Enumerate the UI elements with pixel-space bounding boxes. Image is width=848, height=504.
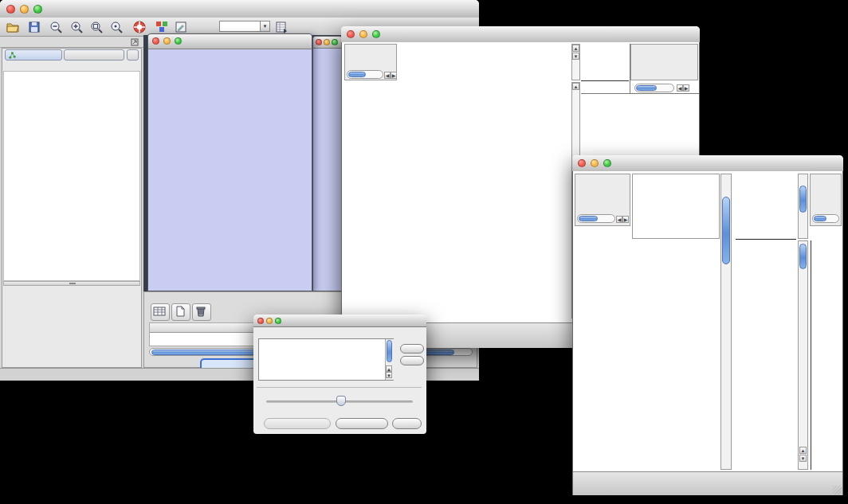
tv2-footer [573, 471, 842, 495]
network-tab-icon [9, 52, 16, 59]
speed-slider-thumb[interactable] [336, 396, 346, 406]
tab-vizmapper[interactable] [64, 49, 124, 61]
new-attribute-icon[interactable] [171, 303, 190, 321]
zoom-button[interactable] [603, 159, 611, 167]
tv1-summary-matrix[interactable] [583, 97, 618, 133]
move-down-button[interactable] [400, 356, 424, 365]
done-button[interactable] [392, 418, 422, 429]
scroll-down-arrow[interactable]: ▼ [799, 455, 807, 462]
create-vizmap-button[interactable] [336, 418, 388, 429]
scroll-left-arrow[interactable]: ◀ [677, 84, 683, 92]
network-view-canvas[interactable] [148, 49, 312, 291]
tv2-usage-hscrollbar[interactable] [812, 214, 839, 223]
tv1-row-dendrogram[interactable] [347, 82, 391, 318]
resize-grip[interactable] [833, 486, 842, 494]
zoom-button[interactable] [372, 30, 380, 38]
zoom-button[interactable] [275, 318, 281, 324]
delete-attribute-trash-icon[interactable] [192, 303, 211, 321]
zoom-in-icon[interactable] [69, 20, 84, 34]
zoom-button[interactable] [33, 5, 42, 14]
close-button[interactable] [152, 37, 159, 45]
tv2-heatmap-vscrollbar[interactable] [720, 174, 732, 470]
treeview1-titlebar[interactable] [341, 26, 700, 43]
scroll-right-arrow[interactable]: ▶ [391, 72, 397, 79]
attribute-table-icon[interactable] [151, 303, 170, 321]
tv1-usage-hints-box [630, 44, 698, 80]
tv1-heatmap-canvas[interactable] [391, 82, 571, 318]
scroll-down-arrow[interactable]: ▼ [572, 53, 579, 60]
main-titlebar[interactable] [0, 0, 479, 18]
minimize-button[interactable] [591, 159, 599, 167]
save-icon[interactable] [27, 20, 41, 34]
scroll-up-arrow[interactable]: ▲ [572, 45, 579, 52]
minimize-button[interactable] [359, 30, 367, 38]
tab-network[interactable] [5, 49, 62, 61]
network-table-header [3, 61, 140, 71]
tv2-row-dendrogram[interactable] [575, 240, 622, 470]
scroll-right-arrow[interactable]: ▶ [683, 84, 689, 92]
tv2-column-labels [736, 174, 796, 240]
scroll-up-arrow[interactable]: ▲ [386, 365, 392, 372]
tv2-zoom-heatmap-canvas[interactable] [736, 243, 797, 470]
tv2-usage-hints-box [810, 174, 842, 226]
close-button[interactable] [6, 5, 15, 14]
annotation-icon[interactable] [174, 20, 188, 34]
search-input[interactable] [219, 21, 261, 32]
move-up-button[interactable] [400, 344, 424, 354]
divider [581, 93, 699, 94]
network-window-1-titlebar[interactable] [148, 34, 312, 49]
minimize-button[interactable] [20, 5, 29, 14]
network-window-2 [312, 36, 343, 291]
scroll-left-arrow[interactable]: ◀ [616, 216, 622, 223]
control-panel [2, 48, 142, 368]
open-file-icon[interactable] [6, 20, 20, 34]
network-table [3, 71, 140, 281]
tv2-status-hscrollbar[interactable] [577, 214, 615, 223]
close-button[interactable] [347, 30, 355, 38]
tv2-column-dendrogram-panel[interactable] [632, 174, 720, 239]
tv2-genelist-vscrollbar[interactable]: ▲ ▼ [798, 240, 808, 470]
tv1-mini-vscrollbar[interactable]: ▲ ▼ [571, 44, 580, 80]
zoom-fit-icon[interactable] [109, 20, 124, 34]
close-button[interactable] [257, 318, 264, 324]
scroll-right-arrow[interactable]: ▶ [622, 216, 629, 223]
search-dropdown-arrow[interactable]: ▼ [260, 21, 270, 32]
import-table-icon[interactable] [274, 20, 289, 34]
animate-vizmap-button[interactable] [264, 418, 331, 429]
network-view-2-canvas[interactable] [313, 48, 342, 291]
desktop: ▼ [0, 0, 848, 504]
scroll-up-arrow[interactable]: ▲ [799, 447, 807, 454]
tv1-column-dendrogram[interactable] [398, 44, 570, 80]
treeview2-titlebar[interactable] [572, 155, 843, 172]
birdseye-overview-canvas[interactable] [3, 286, 140, 365]
help-lifering-icon[interactable] [132, 20, 147, 34]
network-window-1 [147, 33, 312, 291]
minimize-button[interactable] [324, 39, 330, 45]
zoom-selected-icon[interactable] [89, 20, 104, 34]
treeview2-window: ◀ ▶ ▲ ▼ [572, 155, 843, 495]
tv2-labels-vscrollbar[interactable] [798, 174, 808, 239]
vizmapper-icon[interactable] [155, 20, 169, 34]
close-button[interactable] [316, 39, 322, 45]
tv1-usage-hscrollbar[interactable] [634, 84, 674, 92]
tv1-status-hscrollbar[interactable] [347, 70, 383, 79]
tv2-gene-list [811, 240, 845, 470]
tab-overflow-button[interactable] [127, 49, 139, 61]
control-panel-header [0, 37, 143, 48]
zoom-button[interactable] [175, 37, 182, 45]
attribute-list[interactable] [258, 338, 394, 381]
divider [630, 44, 630, 94]
zoom-out-icon[interactable] [49, 20, 63, 34]
tv2-heatmap-canvas[interactable] [622, 240, 720, 470]
scroll-left-arrow[interactable]: ◀ [384, 72, 391, 79]
scroll-down-arrow[interactable]: ▼ [386, 372, 392, 378]
scroll-up-arrow[interactable]: ▲ [572, 83, 579, 90]
close-button[interactable] [578, 159, 586, 167]
network-window-2-titlebar[interactable] [313, 37, 342, 49]
minimize-button[interactable] [163, 37, 171, 45]
map-dialog-titlebar[interactable] [253, 315, 426, 327]
float-panel-icon[interactable] [131, 38, 139, 46]
minimize-button[interactable] [266, 318, 273, 324]
zoom-button[interactable] [332, 39, 338, 45]
attribute-list-vscrollbar[interactable]: ▲ ▼ [385, 339, 394, 380]
